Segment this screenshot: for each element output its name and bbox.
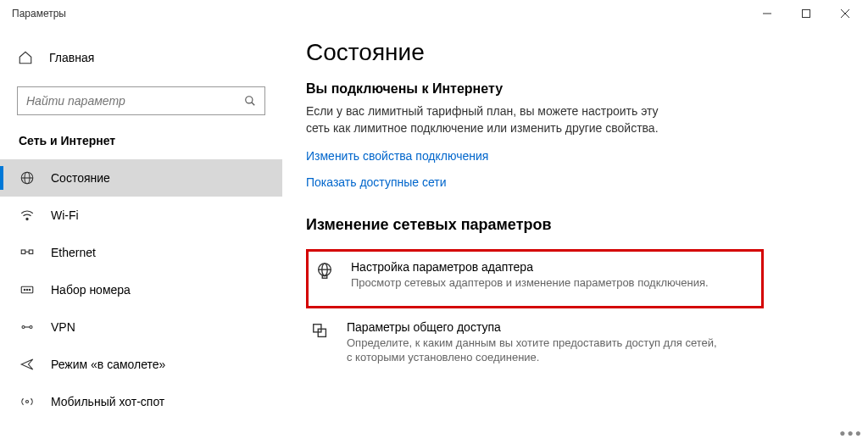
adapter-icon [314, 260, 336, 291]
option-sharing-settings[interactable]: Параметры общего доступа Определите, к к… [306, 314, 764, 372]
sidebar-item-label: Режим «в самолете» [51, 358, 165, 371]
sidebar-item-wifi[interactable]: Wi-Fi [17, 197, 265, 234]
option-title: Настройка параметров адаптера [351, 260, 709, 274]
sidebar-item-label: Мобильный хот-спот [51, 395, 164, 408]
close-button[interactable] [826, 1, 865, 26]
svg-rect-1 [803, 10, 810, 18]
svg-rect-10 [21, 250, 25, 254]
hotspot-icon [19, 394, 36, 409]
vpn-icon [19, 319, 36, 335]
connected-text: Если у вас лимитный тарифный план, вы мо… [306, 103, 670, 136]
sidebar-item-ethernet[interactable]: Ethernet [17, 234, 265, 271]
sidebar-item-airplane[interactable]: Режим «в самолете» [17, 346, 265, 383]
option-title: Параметры общего доступа [347, 320, 720, 334]
link-change-props[interactable]: Изменить свойства подключения [306, 149, 488, 163]
ethernet-icon [19, 245, 36, 260]
svg-point-14 [24, 289, 25, 291]
svg-point-20 [26, 401, 29, 403]
svg-point-16 [29, 289, 31, 291]
svg-rect-24 [322, 276, 327, 279]
sidebar-item-label: Wi-Fi [51, 208, 79, 222]
home-icon [17, 50, 34, 65]
content-area: Состояние Вы подключены к Интернету Если… [282, 27, 868, 444]
sidebar-item-label: VPN [51, 320, 75, 334]
svg-rect-25 [314, 324, 321, 331]
svg-rect-11 [29, 250, 33, 254]
minimize-button[interactable] [748, 1, 787, 26]
sidebar-item-label: Состояние [51, 171, 110, 185]
airplane-icon [19, 357, 36, 372]
search-icon [244, 95, 256, 107]
link-show-networks[interactable]: Показать доступные сети [306, 175, 447, 189]
dialup-icon [19, 282, 36, 297]
option-desc: Просмотр сетевых адаптеров и изменение п… [351, 275, 709, 291]
svg-point-18 [30, 326, 32, 329]
search-input-wrap[interactable] [17, 86, 265, 115]
wifi-icon [19, 208, 36, 223]
svg-rect-13 [21, 286, 33, 293]
sidebar: Главная Сеть и Интернет Состояние [0, 27, 282, 444]
change-settings-heading: Изменение сетевых параметров [306, 216, 834, 234]
svg-point-17 [22, 326, 25, 329]
resize-grip: ●●● [839, 427, 863, 439]
connected-heading: Вы подключены к Интернету [306, 81, 834, 97]
svg-point-9 [26, 218, 28, 219]
svg-point-15 [26, 289, 28, 291]
titlebar: Параметры [0, 0, 868, 27]
sharing-icon [309, 320, 331, 365]
option-adapter-settings[interactable]: Настройка параметров адаптера Просмотр с… [306, 249, 764, 308]
sidebar-home-label: Главная [49, 51, 94, 64]
sidebar-home[interactable]: Главная [17, 41, 265, 75]
sidebar-item-status[interactable]: Состояние [0, 159, 282, 197]
sidebar-item-label: Ethernet [51, 246, 96, 259]
search-input[interactable] [26, 94, 244, 108]
window-title: Параметры [12, 8, 66, 19]
page-title: Состояние [306, 39, 834, 66]
sidebar-section-title: Сеть и Интернет [17, 134, 265, 147]
svg-point-4 [246, 97, 253, 103]
option-desc: Определите, к каким данным вы хотите пре… [347, 336, 720, 365]
sidebar-item-dialup[interactable]: Набор номера [17, 271, 265, 308]
maximize-button[interactable] [787, 1, 826, 26]
svg-rect-26 [318, 329, 326, 336]
sidebar-item-vpn[interactable]: VPN [17, 308, 265, 346]
sidebar-item-hotspot[interactable]: Мобильный хот-спот [17, 383, 265, 420]
svg-line-5 [252, 103, 255, 106]
sidebar-item-label: Набор номера [51, 283, 131, 297]
globe-icon [19, 170, 36, 186]
